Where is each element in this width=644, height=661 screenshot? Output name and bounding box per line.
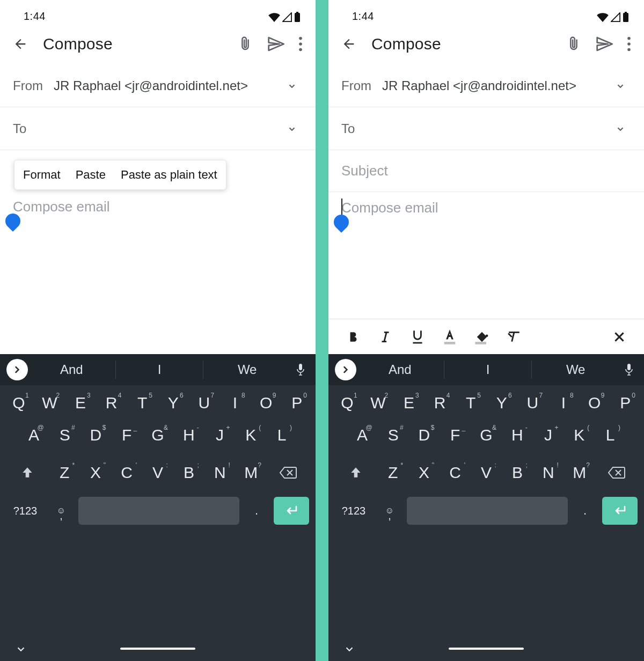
key-q[interactable]: 1Q [332, 394, 363, 412]
suggestion-1[interactable]: And [356, 362, 444, 377]
highlight-button[interactable] [466, 328, 498, 346]
key-s[interactable]: #S [49, 426, 80, 444]
key-w[interactable]: 2W [34, 394, 65, 412]
chevron-down-icon[interactable] [286, 123, 298, 135]
key-g[interactable]: &G [142, 426, 173, 444]
context-menu-paste[interactable]: Paste [76, 168, 106, 182]
emoji-key[interactable]: ☺, [378, 506, 401, 516]
backspace-key[interactable] [267, 464, 310, 482]
key-e[interactable]: 3E [65, 394, 96, 412]
key-i[interactable]: 8I [548, 394, 579, 412]
key-o[interactable]: 9O [251, 394, 282, 412]
shift-key[interactable] [5, 464, 49, 482]
key-t[interactable]: 5T [127, 394, 158, 412]
close-format-button[interactable] [603, 330, 635, 344]
backspace-key[interactable] [595, 464, 639, 482]
enter-key[interactable] [274, 497, 309, 525]
key-h[interactable]: -H [502, 426, 533, 444]
key-t[interactable]: 5T [455, 394, 486, 412]
keyboard-collapse-icon[interactable] [343, 643, 355, 655]
key-k[interactable]: (K [235, 426, 266, 444]
attach-icon[interactable] [237, 36, 253, 52]
text-color-button[interactable] [434, 328, 466, 346]
key-p[interactable]: 0P [610, 394, 641, 412]
to-field[interactable]: To [0, 107, 316, 150]
mic-icon[interactable] [291, 363, 310, 376]
compose-body[interactable]: Compose email [328, 192, 644, 319]
key-f[interactable]: _F [440, 426, 471, 444]
underline-button[interactable] [401, 329, 434, 345]
send-icon[interactable] [596, 35, 613, 53]
key-j[interactable]: +J [533, 426, 564, 444]
enter-key[interactable] [602, 497, 638, 525]
key-c[interactable]: 'C [111, 464, 142, 482]
key-k[interactable]: (K [564, 426, 595, 444]
subject-field[interactable]: Subject [328, 150, 644, 192]
key-h[interactable]: -H [173, 426, 204, 444]
key-u[interactable]: 7U [189, 394, 220, 412]
key-m[interactable]: ?M [564, 464, 595, 482]
key-w[interactable]: 2W [363, 394, 394, 412]
key-x[interactable]: "X [80, 464, 111, 482]
key-z[interactable]: *Z [49, 464, 80, 482]
suggestion-1[interactable]: And [28, 362, 115, 377]
compose-body[interactable]: Compose email [0, 191, 316, 354]
emoji-key[interactable]: ☺, [49, 506, 73, 516]
italic-button[interactable] [369, 330, 401, 344]
key-v[interactable]: :V [471, 464, 502, 482]
from-field[interactable]: From JR Raphael <jr@androidintel.net> [0, 64, 316, 107]
key-s[interactable]: #S [378, 426, 409, 444]
key-y[interactable]: 6Y [158, 394, 189, 412]
key-y[interactable]: 6Y [486, 394, 517, 412]
key-g[interactable]: &G [471, 426, 502, 444]
suggestion-3[interactable]: We [203, 362, 291, 377]
bold-button[interactable] [337, 330, 369, 344]
key-d[interactable]: $D [409, 426, 440, 444]
period-key[interactable]: . [573, 504, 597, 518]
symbols-key[interactable]: ?123 [6, 505, 44, 517]
chevron-down-icon[interactable] [614, 123, 626, 135]
space-key[interactable] [78, 497, 239, 525]
overflow-icon[interactable] [298, 36, 303, 52]
suggestion-expand-button[interactable] [6, 359, 28, 380]
key-b[interactable]: ;B [173, 464, 204, 482]
clear-format-button[interactable] [498, 330, 530, 344]
symbols-key[interactable]: ?123 [335, 505, 372, 517]
key-r[interactable]: 4R [96, 394, 127, 412]
period-key[interactable]: . [245, 504, 268, 518]
key-q[interactable]: 1Q [3, 394, 34, 412]
key-o[interactable]: 9O [579, 394, 610, 412]
keyboard-collapse-icon[interactable] [15, 643, 27, 655]
to-field[interactable]: To [328, 107, 644, 150]
key-z[interactable]: *Z [377, 464, 408, 482]
chevron-down-icon[interactable] [614, 80, 626, 92]
space-key[interactable] [407, 497, 568, 525]
chevron-down-icon[interactable] [286, 80, 298, 92]
context-menu-paste-plain[interactable]: Paste as plain text [121, 168, 217, 182]
key-v[interactable]: :V [142, 464, 173, 482]
attach-icon[interactable] [566, 36, 582, 52]
key-c[interactable]: 'C [440, 464, 471, 482]
key-n[interactable]: !N [204, 464, 236, 482]
shift-key[interactable] [334, 464, 377, 482]
key-f[interactable]: _F [111, 426, 142, 444]
suggestion-2[interactable]: I [444, 362, 532, 377]
suggestion-2[interactable]: I [116, 362, 203, 377]
key-a[interactable]: @A [347, 426, 378, 444]
key-j[interactable]: +J [204, 426, 236, 444]
key-m[interactable]: ?M [236, 464, 267, 482]
from-field[interactable]: From JR Raphael <jr@androidintel.net> [328, 64, 644, 107]
suggestion-expand-button[interactable] [335, 359, 356, 380]
key-a[interactable]: @A [18, 426, 49, 444]
send-icon[interactable] [267, 35, 284, 53]
key-x[interactable]: "X [408, 464, 440, 482]
context-menu-format[interactable]: Format [23, 168, 61, 182]
back-icon[interactable] [341, 36, 356, 52]
back-icon[interactable] [13, 36, 28, 52]
suggestion-3[interactable]: We [532, 362, 619, 377]
key-e[interactable]: 3E [393, 394, 425, 412]
key-r[interactable]: 4R [425, 394, 456, 412]
key-d[interactable]: $D [80, 426, 112, 444]
key-l[interactable]: )L [595, 426, 626, 444]
mic-icon[interactable] [619, 363, 639, 376]
